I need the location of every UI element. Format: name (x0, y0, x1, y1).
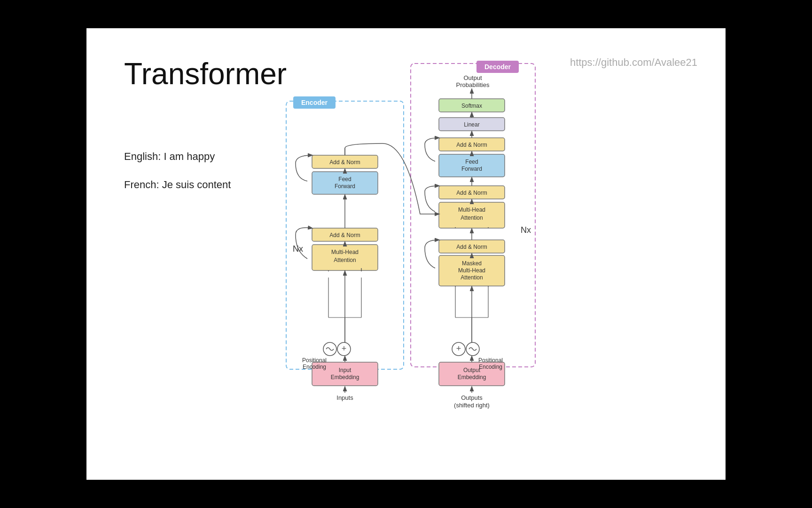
svg-text:(shifted right): (shifted right) (454, 402, 490, 409)
french-text: French: Je suis content (124, 179, 231, 191)
svg-text:Attention: Attention (461, 214, 483, 221)
svg-text:+: + (342, 344, 347, 353)
svg-text:Encoding: Encoding (303, 364, 326, 370)
svg-text:Feed: Feed (465, 159, 478, 165)
svg-text:Softmax: Softmax (461, 103, 482, 109)
svg-text:Multi-Head: Multi-Head (458, 267, 485, 274)
svg-text:Add & Norm: Add & Norm (456, 190, 487, 196)
english-text: English: I am happy (124, 151, 215, 163)
svg-text:Multi-Head: Multi-Head (331, 249, 359, 255)
svg-text:Encoding: Encoding (479, 364, 502, 370)
svg-text:Add & Norm: Add & Norm (329, 159, 360, 166)
svg-text:Probabilities: Probabilities (456, 81, 490, 88)
svg-text:Attention: Attention (334, 257, 356, 263)
svg-text:Forward: Forward (461, 166, 482, 172)
svg-text:Output: Output (463, 367, 481, 373)
svg-text:Embedding: Embedding (331, 374, 359, 381)
github-link: https://github.com/Avalee21 (570, 56, 697, 69)
svg-text:Embedding: Embedding (458, 374, 486, 381)
svg-text:Decoder: Decoder (484, 63, 511, 71)
svg-text:+: + (456, 344, 461, 353)
svg-text:Feed: Feed (338, 176, 351, 183)
svg-text:Add & Norm: Add & Norm (456, 142, 487, 148)
svg-text:Positional: Positional (302, 357, 327, 364)
svg-text:Attention: Attention (461, 274, 483, 281)
svg-text:Nx: Nx (521, 225, 531, 235)
svg-text:Masked: Masked (462, 260, 482, 267)
svg-text:Add & Norm: Add & Norm (456, 244, 487, 250)
slide: Transformer https://github.com/Avalee21 … (86, 28, 726, 480)
svg-text:Outputs: Outputs (461, 394, 483, 401)
svg-text:Inputs: Inputs (336, 394, 353, 401)
svg-text:Output: Output (463, 74, 482, 81)
svg-text:Encoder: Encoder (301, 99, 328, 106)
svg-text:Input: Input (339, 367, 351, 373)
svg-text:Linear: Linear (464, 121, 479, 128)
svg-text:Multi-Head: Multi-Head (458, 206, 485, 213)
svg-text:Nx: Nx (293, 244, 303, 254)
svg-text:Positional: Positional (478, 357, 503, 364)
svg-text:Add & Norm: Add & Norm (329, 232, 360, 238)
svg-text:Forward: Forward (335, 183, 355, 190)
transformer-diagram: Encoder Decoder Output Probabilities Add… (260, 54, 552, 473)
